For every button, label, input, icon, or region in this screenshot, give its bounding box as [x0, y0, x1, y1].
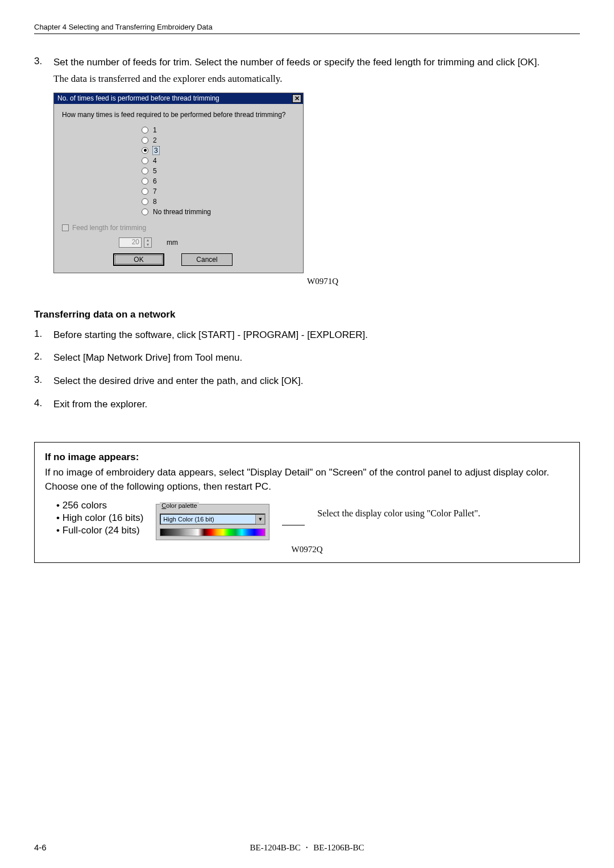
step-text: Select the desired drive and enter the p… [53, 374, 580, 389]
chevron-down-icon[interactable]: ▼ [255, 515, 264, 524]
radio-label: 8 [153, 198, 157, 206]
list-item: High color (16 bits) [56, 512, 143, 524]
ok-button[interactable]: OK [113, 253, 164, 266]
figure-reference-2: W0972Q [45, 545, 569, 554]
radio-option-1[interactable]: 1 [142, 126, 295, 134]
spinner-down-icon[interactable]: ▼ [144, 243, 151, 247]
no-image-box: If no image appears: If no image of embr… [34, 442, 580, 563]
feed-trim-dialog: No. of times feed is performed before th… [53, 93, 304, 273]
page-number: 4-6 [34, 842, 47, 852]
list-item: Full-color (24 bits) [56, 524, 143, 537]
figure-reference-1: W0971Q [307, 277, 580, 286]
radio-option-8[interactable]: 8 [142, 198, 295, 206]
dialog-titlebar: No. of times feed is performed before th… [54, 93, 303, 104]
leader-line [282, 525, 305, 525]
feed-length-checkbox[interactable] [62, 224, 69, 231]
dialog-prompt: How many times is feed required to be pe… [62, 111, 295, 119]
close-icon[interactable]: ✕ [292, 94, 301, 103]
step-number: 4. [34, 398, 53, 412]
step-text: Before starting the software, click [STA… [53, 328, 580, 343]
radio-option-7[interactable]: 7 [142, 187, 295, 195]
step-text: Select [Map Network Drive] from Tool men… [53, 351, 580, 365]
page-footer: 4-6 BE-1204B-BC ・ BE-1206B-BC [34, 842, 580, 852]
step-text: Exit from the explorer. [53, 398, 580, 412]
step-number: 3. [34, 56, 53, 70]
radio-label: No thread trimming [153, 208, 211, 216]
step-3-note: The data is transferred and the explorer… [53, 73, 580, 85]
list-item: 256 colors [56, 499, 143, 512]
radio-option-5[interactable]: 5 [142, 167, 295, 175]
radio-label: 1 [153, 126, 157, 134]
radio-label: 5 [153, 167, 157, 175]
color-strip [160, 528, 265, 536]
palette-note: Select the display color using "Color Pa… [317, 507, 480, 520]
cancel-button[interactable]: Cancel [181, 253, 233, 266]
radio-option-no-trim[interactable]: No thread trimming [142, 208, 295, 216]
chapter-header: Chapter 4 Selecting and Transferring Emb… [34, 23, 580, 34]
step-number: 3. [34, 374, 53, 389]
radio-option-2[interactable]: 2 [142, 136, 295, 144]
radio-group: 1 2 3 4 5 6 7 8 No thread trimming [142, 126, 295, 216]
feed-length-spinner[interactable]: ▲ ▼ [144, 237, 152, 248]
feed-length-input[interactable]: 20 [119, 237, 142, 248]
radio-option-6[interactable]: 6 [142, 177, 295, 185]
palette-select-value: High Color (16 bit) [161, 515, 255, 524]
mm-unit-label: mm [167, 239, 178, 247]
color-palette-panel: Color palette High Color (16 bit) ▼ [156, 504, 269, 540]
box-text-2: Choose one of the following options, the… [45, 481, 569, 494]
step-3: 3. Set the number of feeds for trim. Sel… [34, 56, 580, 70]
radio-label: 6 [153, 177, 157, 185]
radio-option-3[interactable]: 3 [142, 147, 295, 155]
box-heading: If no image appears: [45, 452, 569, 463]
radio-label: 4 [153, 157, 157, 165]
footer-model: BE-1204B-BC ・ BE-1206B-BC [250, 842, 364, 853]
palette-legend: Color palette [160, 502, 198, 509]
radio-label: 7 [153, 187, 157, 195]
spinner-up-icon[interactable]: ▲ [144, 238, 151, 243]
feed-length-label: Feed length for trimming [72, 224, 146, 232]
radio-label: 2 [153, 136, 157, 144]
step-number: 1. [34, 328, 53, 343]
color-options-list: 256 colors High color (16 bits) Full-col… [56, 499, 143, 537]
box-text-1: If no image of embroidery data appears, … [45, 466, 569, 479]
step-number: 2. [34, 351, 53, 365]
subheading-network: Transferring data on a network [34, 309, 580, 320]
dialog-title: No. of times feed is performed before th… [57, 94, 219, 102]
radio-label: 3 [153, 147, 159, 155]
step-text: Set the number of feeds for trim. Select… [53, 56, 580, 70]
radio-option-4[interactable]: 4 [142, 157, 295, 165]
color-palette-select[interactable]: High Color (16 bit) ▼ [160, 514, 265, 525]
